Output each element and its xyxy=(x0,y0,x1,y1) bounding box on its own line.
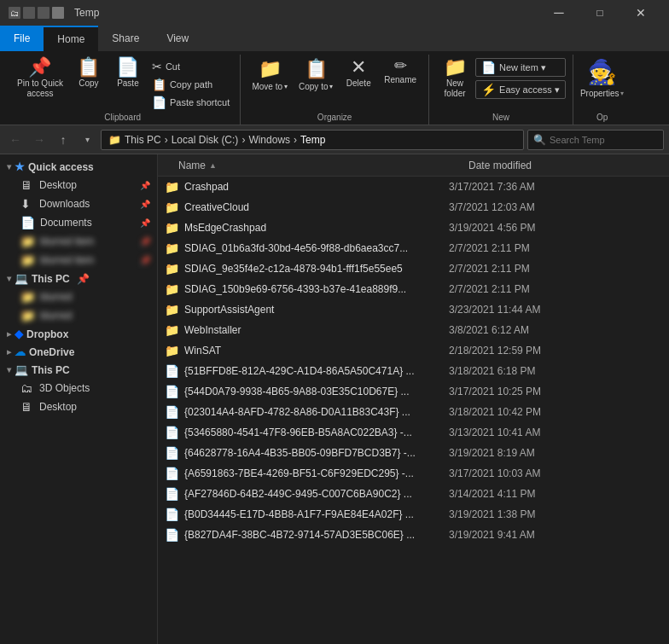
copy-path-btn[interactable]: 📋 Copy path xyxy=(148,76,233,93)
col-date-header[interactable]: Date modified xyxy=(468,160,662,171)
file-row-5[interactable]: 📁SDIAG_150b9e69-6756-4393-b37e-41ea889f9… xyxy=(158,279,669,299)
file-name-9: {51BFFD8E-812A-429C-A1D4-86A5A50C471A} .… xyxy=(184,365,449,377)
rename-btn[interactable]: ✏ Rename xyxy=(379,55,422,88)
recent-btn[interactable]: ▾ xyxy=(77,130,97,150)
sidebar-item-blurred3[interactable]: 📁 blurred xyxy=(0,287,157,306)
folder-icon: 📁 xyxy=(165,241,179,255)
maximize-btn[interactable]: □ xyxy=(580,3,620,22)
move-to-arrow: ▾ xyxy=(284,83,288,90)
pin-icon: 📌 xyxy=(28,58,51,77)
address-bar[interactable]: 📁 This PC › Local Disk (C:) › Windows › … xyxy=(101,130,524,150)
file-row-13[interactable]: 📄{64628778-16A4-4B35-BB05-09BFD7BCD3B7} … xyxy=(158,443,669,463)
tab-share[interactable]: Share xyxy=(98,26,153,51)
file-row-16[interactable]: 📄{B0D34445-E17D-4BB8-A1F7-F9AE84E4A02F} … xyxy=(158,504,669,525)
new-item-btn[interactable]: 📄 New item ▾ xyxy=(475,58,566,77)
col-name-header[interactable]: Name ▲ xyxy=(178,160,468,171)
addr-temp: Temp xyxy=(300,134,325,146)
copy-path-icon: 📋 xyxy=(152,78,166,91)
file-row-2[interactable]: 📁MsEdgeCrashpad3/19/2021 4:56 PM xyxy=(158,218,669,238)
paste-shortcut-btn[interactable]: 📄 Paste shortcut xyxy=(148,94,233,111)
folder-icon: 📁 xyxy=(165,344,179,357)
tab-view[interactable]: View xyxy=(153,26,202,51)
sidebar-item-blurred1[interactable]: 📁 blurred item 📌 xyxy=(0,232,157,251)
quick-access-header[interactable]: ▾ ★ Quick access xyxy=(0,158,157,176)
this-pc2-expand: ▾ xyxy=(7,365,11,374)
search-bar[interactable]: 🔍 xyxy=(527,130,664,150)
file-row-17[interactable]: 📄{B827DA4F-38BC-4B72-9714-57AD3E5BC06E} … xyxy=(158,525,669,545)
file-name-3: SDIAG_01b6a3fd-30bd-4e56-9f88-db6aea3cc7… xyxy=(184,242,449,254)
this-pc2-header[interactable]: ▾ 💻 This PC xyxy=(0,361,157,379)
properties-btn[interactable]: Properties ▾ xyxy=(580,89,625,98)
col-name-label: Name xyxy=(178,160,206,171)
easy-access-btn[interactable]: ⚡ Easy access ▾ xyxy=(475,80,566,99)
close-btn[interactable]: ✕ xyxy=(621,3,660,22)
copy-to-btn[interactable]: 📋 Copy to ▾ xyxy=(294,55,338,95)
file-row-14[interactable]: 📄{A6591863-7BE4-4269-BF51-C6F929EDC295} … xyxy=(158,463,669,484)
delete-icon: ✕ xyxy=(351,58,366,77)
minimize-btn[interactable]: ─ xyxy=(539,3,579,22)
desktop-icon: 🖥 xyxy=(20,178,34,192)
file-name-2: MsEdgeCrashpad xyxy=(184,222,449,234)
back-btn[interactable]: ← xyxy=(5,130,26,150)
search-input[interactable] xyxy=(550,135,658,145)
sidebar-item-blurred2[interactable]: 📁 blurred item 📌 xyxy=(0,251,157,270)
window-controls[interactable]: ─ □ ✕ xyxy=(539,3,660,22)
sidebar-item-3d-objects[interactable]: 🗂 3D Objects xyxy=(0,379,157,397)
file-row-15[interactable]: 📄{AF27846D-64B2-449C-9495-C007C6BA90C2} … xyxy=(158,484,669,504)
new-item-label: New item ▾ xyxy=(499,62,546,73)
file-row-6[interactable]: 📁SupportAssistAgent3/23/2021 11:44 AM xyxy=(158,299,669,320)
folder-icon: 📁 xyxy=(165,282,179,296)
sidebar-item-blurred4[interactable]: 📁 blurred xyxy=(0,306,157,325)
file-date-0: 3/17/2021 7:36 AM xyxy=(449,181,662,193)
properties-arrow: ▾ xyxy=(620,90,624,97)
file-row-11[interactable]: 📄{023014A4-8AFD-4782-8A86-D0A11B83C43F} … xyxy=(158,402,669,422)
up-btn[interactable]: ↑ xyxy=(53,130,73,150)
cut-btn[interactable]: ✂ Cut xyxy=(148,58,233,75)
blurred1-pin-icon: 📌 xyxy=(140,237,150,247)
forward-btn[interactable]: → xyxy=(29,130,49,150)
file-name-4: SDIAG_9e35f4e2-c12a-4878-94b1-fff1f5e55e… xyxy=(184,263,449,275)
ribbon-content: 📌 Pin to Quickaccess 📋 Copy 📄 Paste xyxy=(0,51,669,125)
file-row-0[interactable]: 📁Crashpad3/17/2021 7:36 AM xyxy=(158,177,669,197)
desktop-pin-icon: 📌 xyxy=(140,181,150,190)
file-name-14: {A6591863-7BE4-4269-BF51-C6F929EDC295} -… xyxy=(184,467,449,479)
sidebar-item-desktop2[interactable]: 🖥 Desktop xyxy=(0,397,157,416)
new-folder-btn[interactable]: 📁 Newfolder xyxy=(436,55,474,102)
file-row-4[interactable]: 📁SDIAG_9e35f4e2-c12a-4878-94b1-fff1f5e55… xyxy=(158,258,669,279)
blurred2-pin-icon: 📌 xyxy=(140,256,150,265)
address-area: ← → ↑ ▾ 📁 This PC › Local Disk (C:) › Wi… xyxy=(0,125,669,154)
ribbon: File Home Share View 📌 Pin to Quickacces… xyxy=(0,26,669,125)
copy-btn[interactable]: 📋 Copy xyxy=(70,55,108,91)
file-row-3[interactable]: 📁SDIAG_01b6a3fd-30bd-4e56-9f88-db6aea3cc… xyxy=(158,238,669,258)
file-name-15: {AF27846D-64B2-449C-9495-C007C6BA90C2} .… xyxy=(184,488,449,500)
search-icon: 🔍 xyxy=(533,134,546,146)
file-name-17: {B827DA4F-38BC-4B72-9714-57AD3E5BC06E} .… xyxy=(184,529,449,541)
file-row-9[interactable]: 📄{51BFFD8E-812A-429C-A1D4-86A5A50C471A} … xyxy=(158,361,669,381)
sidebar-item-documents[interactable]: 📄 Documents 📌 xyxy=(0,213,157,232)
delete-btn[interactable]: ✕ Delete xyxy=(340,55,377,91)
sidebar-3d-label: 3D Objects xyxy=(39,382,150,394)
file-row-7[interactable]: 📁WebInstaller3/8/2021 6:12 AM xyxy=(158,320,669,340)
sidebar-blurred2-label: blurred item xyxy=(40,254,135,266)
sidebar-item-downloads[interactable]: ⬇ Downloads 📌 xyxy=(0,194,157,213)
pin-quick-access-btn[interactable]: 📌 Pin to Quickaccess xyxy=(12,55,68,102)
paste-btn[interactable]: 📄 Paste xyxy=(109,55,147,111)
tab-home[interactable]: Home xyxy=(44,26,98,51)
dropbox-header[interactable]: ▸ ◆ Dropbox xyxy=(0,325,157,343)
easy-access-icon: ⚡ xyxy=(481,83,496,96)
onedrive-header[interactable]: ▸ ☁ OneDrive xyxy=(0,343,157,361)
title-icon-folder: 🗂 xyxy=(9,7,20,19)
file-row-1[interactable]: 📁CreativeCloud3/7/2021 12:03 AM xyxy=(158,197,669,218)
tab-file[interactable]: File xyxy=(0,26,44,51)
file-row-12[interactable]: 📄{53465880-4541-47F8-96EB-B5A8AC022BA3} … xyxy=(158,422,669,443)
sidebar-item-desktop[interactable]: 🖥 Desktop 📌 xyxy=(0,176,157,194)
file-row-8[interactable]: 📁WinSAT2/18/2021 12:59 PM xyxy=(158,340,669,361)
ribbon-group-organize: 📁 Move to ▾ 📋 Copy to ▾ xyxy=(241,55,429,125)
title-icon-3 xyxy=(52,7,64,19)
this-pc-header[interactable]: ▾ 💻 This PC 📌 xyxy=(0,270,157,287)
copy-to-arrow: ▾ xyxy=(329,83,333,90)
move-to-btn[interactable]: 📁 Move to ▾ xyxy=(247,55,292,95)
pin-label: Pin to Quickaccess xyxy=(17,78,63,99)
quick-access-star-icon: ★ xyxy=(15,160,25,173)
file-row-10[interactable]: 📄{544D0A79-9938-4B65-9A88-03E35C10D67E} … xyxy=(158,381,669,402)
